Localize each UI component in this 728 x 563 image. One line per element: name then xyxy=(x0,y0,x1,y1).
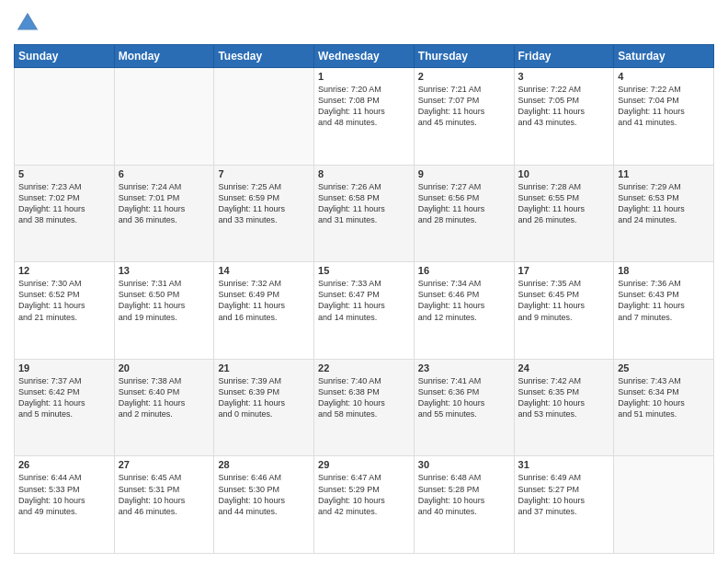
day-info: Sunrise: 7:34 AM Sunset: 6:46 PM Dayligh… xyxy=(418,278,510,323)
day-number: 1 xyxy=(318,71,410,82)
day-number: 20 xyxy=(119,362,210,373)
calendar-cell xyxy=(15,68,115,166)
day-number: 8 xyxy=(318,168,410,179)
day-number: 16 xyxy=(418,265,510,276)
calendar-cell: 15Sunrise: 7:33 AM Sunset: 6:47 PM Dayli… xyxy=(314,262,415,360)
calendar-week-4: 19Sunrise: 7:37 AM Sunset: 6:42 PM Dayli… xyxy=(15,359,714,456)
weekday-header-saturday: Saturday xyxy=(614,45,714,68)
day-number: 25 xyxy=(618,362,710,373)
calendar-cell: 31Sunrise: 6:49 AM Sunset: 5:27 PM Dayli… xyxy=(514,456,614,554)
calendar-cell: 20Sunrise: 7:38 AM Sunset: 6:40 PM Dayli… xyxy=(114,359,214,456)
day-number: 13 xyxy=(119,265,210,276)
calendar-cell: 9Sunrise: 7:27 AM Sunset: 6:56 PM Daylig… xyxy=(414,165,514,262)
day-info: Sunrise: 7:24 AM Sunset: 7:01 PM Dayligh… xyxy=(119,181,210,226)
calendar-cell: 1Sunrise: 7:20 AM Sunset: 7:08 PM Daylig… xyxy=(314,68,415,166)
calendar-cell: 25Sunrise: 7:43 AM Sunset: 6:34 PM Dayli… xyxy=(614,359,714,456)
weekday-row: SundayMondayTuesdayWednesdayThursdayFrid… xyxy=(15,45,714,68)
day-number: 4 xyxy=(618,71,710,82)
calendar-cell xyxy=(114,68,214,166)
day-number: 12 xyxy=(18,265,110,276)
calendar-cell: 18Sunrise: 7:36 AM Sunset: 6:43 PM Dayli… xyxy=(614,262,714,360)
day-number: 2 xyxy=(418,71,510,82)
day-number: 27 xyxy=(119,459,210,470)
header xyxy=(14,9,714,37)
day-number: 11 xyxy=(618,168,710,179)
day-info: Sunrise: 6:49 AM Sunset: 5:27 PM Dayligh… xyxy=(518,472,610,517)
day-info: Sunrise: 6:46 AM Sunset: 5:30 PM Dayligh… xyxy=(218,472,310,517)
calendar-cell: 13Sunrise: 7:31 AM Sunset: 6:50 PM Dayli… xyxy=(114,262,214,360)
calendar-header: SundayMondayTuesdayWednesdayThursdayFrid… xyxy=(15,45,714,68)
day-number: 30 xyxy=(418,459,510,470)
day-info: Sunrise: 6:45 AM Sunset: 5:31 PM Dayligh… xyxy=(119,472,210,517)
calendar-cell: 10Sunrise: 7:28 AM Sunset: 6:55 PM Dayli… xyxy=(514,165,614,262)
day-info: Sunrise: 7:23 AM Sunset: 7:02 PM Dayligh… xyxy=(18,181,110,226)
calendar-cell: 7Sunrise: 7:25 AM Sunset: 6:59 PM Daylig… xyxy=(214,165,314,262)
day-info: Sunrise: 7:27 AM Sunset: 6:56 PM Dayligh… xyxy=(418,181,510,226)
day-info: Sunrise: 7:32 AM Sunset: 6:49 PM Dayligh… xyxy=(218,278,310,323)
day-info: Sunrise: 7:30 AM Sunset: 6:52 PM Dayligh… xyxy=(18,278,110,323)
calendar-cell: 22Sunrise: 7:40 AM Sunset: 6:38 PM Dayli… xyxy=(314,359,415,456)
calendar-cell: 27Sunrise: 6:45 AM Sunset: 5:31 PM Dayli… xyxy=(114,456,214,554)
calendar-week-1: 1Sunrise: 7:20 AM Sunset: 7:08 PM Daylig… xyxy=(15,68,714,166)
calendar-cell: 6Sunrise: 7:24 AM Sunset: 7:01 PM Daylig… xyxy=(114,165,214,262)
day-info: Sunrise: 7:37 AM Sunset: 6:42 PM Dayligh… xyxy=(18,375,110,420)
calendar-cell: 17Sunrise: 7:35 AM Sunset: 6:45 PM Dayli… xyxy=(514,262,614,360)
calendar-week-3: 12Sunrise: 7:30 AM Sunset: 6:52 PM Dayli… xyxy=(15,262,714,360)
logo xyxy=(14,9,45,37)
day-info: Sunrise: 7:25 AM Sunset: 6:59 PM Dayligh… xyxy=(218,181,310,226)
calendar-cell: 5Sunrise: 7:23 AM Sunset: 7:02 PM Daylig… xyxy=(15,165,115,262)
day-info: Sunrise: 6:44 AM Sunset: 5:33 PM Dayligh… xyxy=(18,472,110,517)
calendar-cell: 14Sunrise: 7:32 AM Sunset: 6:49 PM Dayli… xyxy=(214,262,314,360)
calendar-cell: 23Sunrise: 7:41 AM Sunset: 6:36 PM Dayli… xyxy=(414,359,514,456)
day-number: 24 xyxy=(518,362,610,373)
day-info: Sunrise: 7:26 AM Sunset: 6:58 PM Dayligh… xyxy=(318,181,410,226)
day-info: Sunrise: 7:28 AM Sunset: 6:55 PM Dayligh… xyxy=(518,181,610,226)
day-number: 29 xyxy=(318,459,410,470)
day-info: Sunrise: 7:43 AM Sunset: 6:34 PM Dayligh… xyxy=(618,375,710,420)
calendar-cell: 21Sunrise: 7:39 AM Sunset: 6:39 PM Dayli… xyxy=(214,359,314,456)
day-info: Sunrise: 7:20 AM Sunset: 7:08 PM Dayligh… xyxy=(318,84,410,129)
day-info: Sunrise: 7:42 AM Sunset: 6:35 PM Dayligh… xyxy=(518,375,610,420)
day-info: Sunrise: 7:41 AM Sunset: 6:36 PM Dayligh… xyxy=(418,375,510,420)
weekday-header-monday: Monday xyxy=(114,45,214,68)
day-info: Sunrise: 7:31 AM Sunset: 6:50 PM Dayligh… xyxy=(119,278,210,323)
day-info: Sunrise: 7:33 AM Sunset: 6:47 PM Dayligh… xyxy=(318,278,410,323)
logo-icon xyxy=(14,9,41,37)
day-number: 3 xyxy=(518,71,610,82)
calendar-cell xyxy=(214,68,314,166)
calendar-cell: 3Sunrise: 7:22 AM Sunset: 7:05 PM Daylig… xyxy=(514,68,614,166)
calendar-cell: 24Sunrise: 7:42 AM Sunset: 6:35 PM Dayli… xyxy=(514,359,614,456)
calendar-body: 1Sunrise: 7:20 AM Sunset: 7:08 PM Daylig… xyxy=(15,68,714,554)
day-info: Sunrise: 7:36 AM Sunset: 6:43 PM Dayligh… xyxy=(618,278,710,323)
day-number: 18 xyxy=(618,265,710,276)
day-number: 15 xyxy=(318,265,410,276)
day-info: Sunrise: 6:48 AM Sunset: 5:28 PM Dayligh… xyxy=(418,472,510,517)
calendar-week-2: 5Sunrise: 7:23 AM Sunset: 7:02 PM Daylig… xyxy=(15,165,714,262)
calendar-cell: 11Sunrise: 7:29 AM Sunset: 6:53 PM Dayli… xyxy=(614,165,714,262)
calendar-cell xyxy=(614,456,714,554)
day-info: Sunrise: 7:35 AM Sunset: 6:45 PM Dayligh… xyxy=(518,278,610,323)
day-number: 14 xyxy=(218,265,310,276)
weekday-header-wednesday: Wednesday xyxy=(314,45,415,68)
day-number: 22 xyxy=(318,362,410,373)
day-info: Sunrise: 6:47 AM Sunset: 5:29 PM Dayligh… xyxy=(318,472,410,517)
day-info: Sunrise: 7:29 AM Sunset: 6:53 PM Dayligh… xyxy=(618,181,710,226)
calendar-table: SundayMondayTuesdayWednesdayThursdayFrid… xyxy=(14,44,714,554)
day-number: 21 xyxy=(218,362,310,373)
calendar-cell: 2Sunrise: 7:21 AM Sunset: 7:07 PM Daylig… xyxy=(414,68,514,166)
day-number: 23 xyxy=(418,362,510,373)
calendar-cell: 28Sunrise: 6:46 AM Sunset: 5:30 PM Dayli… xyxy=(214,456,314,554)
page: SundayMondayTuesdayWednesdayThursdayFrid… xyxy=(0,0,728,563)
day-info: Sunrise: 7:38 AM Sunset: 6:40 PM Dayligh… xyxy=(119,375,210,420)
weekday-header-thursday: Thursday xyxy=(414,45,514,68)
calendar-cell: 12Sunrise: 7:30 AM Sunset: 6:52 PM Dayli… xyxy=(15,262,115,360)
day-number: 31 xyxy=(518,459,610,470)
calendar-cell: 26Sunrise: 6:44 AM Sunset: 5:33 PM Dayli… xyxy=(15,456,115,554)
day-number: 17 xyxy=(518,265,610,276)
calendar-cell: 16Sunrise: 7:34 AM Sunset: 6:46 PM Dayli… xyxy=(414,262,514,360)
day-number: 10 xyxy=(518,168,610,179)
day-number: 19 xyxy=(18,362,110,373)
calendar-cell: 30Sunrise: 6:48 AM Sunset: 5:28 PM Dayli… xyxy=(414,456,514,554)
day-info: Sunrise: 7:21 AM Sunset: 7:07 PM Dayligh… xyxy=(418,84,510,129)
calendar-cell: 19Sunrise: 7:37 AM Sunset: 6:42 PM Dayli… xyxy=(15,359,115,456)
